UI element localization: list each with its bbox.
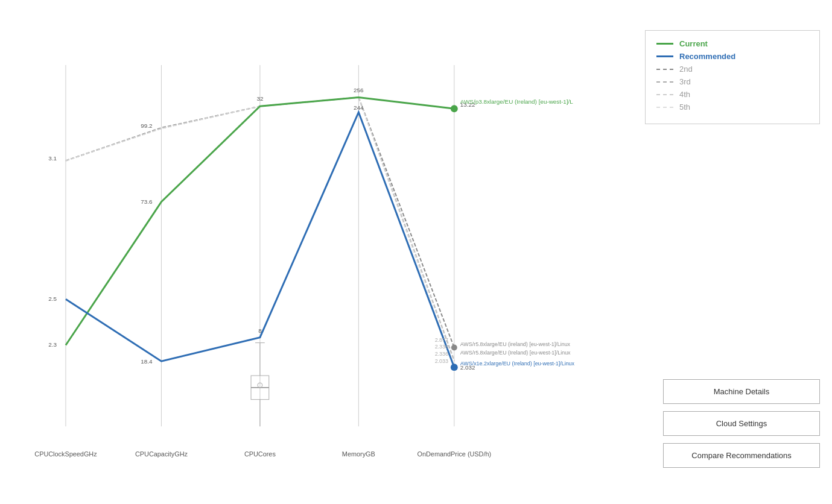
action-buttons-container: Machine Details Cloud Settings Compare R… — [663, 379, 820, 468]
axis-label-cpu-cores: CPUCores — [244, 450, 276, 458]
label-2nd-clock: 3.1 — [48, 155, 57, 162]
label-rec-cores: 8 — [258, 327, 262, 334]
label-rec-memory: 244 — [354, 104, 364, 111]
instance-label-current: AWS/p3.8xlarge/EU (Ireland) [eu-west-1]/… — [460, 98, 574, 105]
legend-item-4th: 4th — [656, 90, 808, 99]
dot-2nd-price — [451, 345, 457, 351]
legend-label-recommended: Recommended — [679, 52, 735, 61]
compare-recommendations-button[interactable]: Compare Recommendations — [663, 443, 820, 468]
legend-line-current — [656, 43, 673, 45]
dot-recommended-price — [451, 364, 458, 371]
legend-label-4th: 4th — [679, 90, 690, 99]
machine-details-button[interactable]: Machine Details — [663, 379, 820, 404]
legend-item-2nd: 2nd — [656, 65, 808, 74]
dot-current-price — [451, 105, 458, 112]
legend-line-3rd — [656, 81, 673, 83]
label-rec-clock: 2.5 — [48, 295, 57, 302]
legend-item-current: Current — [656, 39, 808, 48]
legend-label-current: Current — [679, 39, 708, 48]
legend-line-5th — [656, 107, 673, 108]
label-rec-capacity: 18.4 — [141, 358, 153, 365]
legend-line-4th — [656, 94, 673, 95]
cloud-settings-button[interactable]: Cloud Settings — [663, 411, 820, 436]
legend-item-recommended: Recommended — [656, 52, 808, 61]
legend-label-3rd: 3rd — [679, 77, 691, 86]
legend-line-2nd — [656, 69, 673, 70]
legend-label-5th: 5th — [679, 102, 690, 112]
legend-item-3rd: 3rd — [656, 77, 808, 86]
label-current-cores: 32 — [256, 95, 263, 102]
label-2nd-capacity: 99.2 — [141, 122, 152, 129]
axis-label-cpu-capacity: CPUCapacityGHz — [135, 450, 188, 458]
axis-label-cpu-clock: CPUClockSpeedGHz — [34, 450, 97, 458]
price-4th: 2.877 — [435, 337, 448, 343]
price-5th: 2.033 — [435, 358, 448, 364]
instance-label-2nd: AWS/r5.8xlarge/EU (ireland) [eu-west-1]/… — [460, 341, 571, 347]
legend-label-2nd: 2nd — [679, 65, 693, 74]
axis-label-memory: MemoryGB — [342, 450, 375, 458]
price-3rd: 2.338 — [435, 344, 448, 350]
legend: Current Recommended 2nd 3rd 4th 5th — [645, 30, 820, 124]
parallel-coordinates-chart: CPUClockSpeedGHz CPUCapacityGHz CPUCores… — [0, 0, 634, 504]
label-current-capacity: 73.6 — [141, 198, 153, 205]
axis-label-price: OnDemandPrice (USD/h) — [417, 450, 491, 458]
label-current-memory: 256 — [354, 87, 364, 93]
price-2nd: 2.336 — [435, 351, 448, 357]
label-current-clock: 2.3 — [48, 342, 57, 348]
chart-area: CPUClockSpeedGHz CPUCapacityGHz CPUCores… — [0, 0, 634, 504]
instance-label-3rd: AWS/r5.8xlarge/EU (Ireland) [eu-west-1]/… — [460, 350, 571, 356]
legend-item-5th: 5th — [656, 102, 808, 112]
legend-line-recommended — [656, 55, 673, 57]
instance-label-recommended: AWS/x1e.2xlarge/EU (Ireland) [eu-west-1]… — [460, 361, 575, 367]
